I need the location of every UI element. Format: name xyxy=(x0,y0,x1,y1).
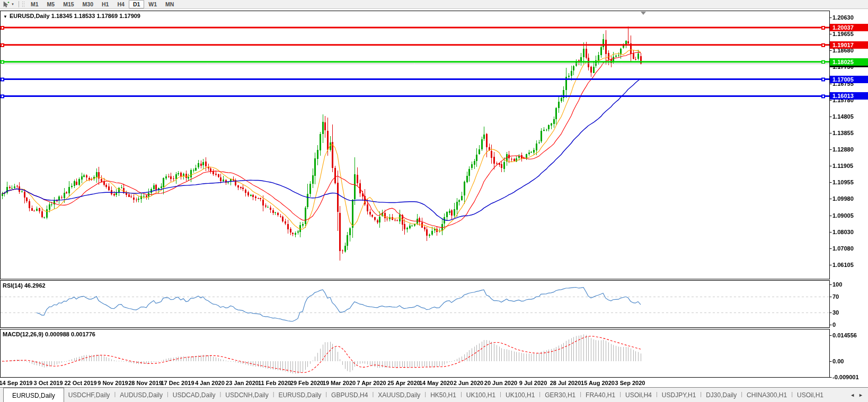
symbol-tab[interactable]: EURUSD,Daily xyxy=(274,388,326,402)
rsi-indicator-label: RSI(14) 46.2962 xyxy=(3,282,46,289)
price-axis-tick: 1.19655 xyxy=(832,31,854,37)
tab-scroll-arrows: ◄ ► xyxy=(850,388,868,402)
price-axis-tick: 1.10955 xyxy=(832,179,854,185)
symbol-tab[interactable]: UK100,H1 xyxy=(501,388,539,402)
symbol-tab[interactable]: DJ30,Daily xyxy=(702,388,741,402)
tab-scroll-left-icon[interactable]: ◄ xyxy=(850,392,855,398)
price-axis-tick: 1.14805 xyxy=(832,113,854,120)
price-axis-tick: 1.20630 xyxy=(832,14,854,21)
rsi-axis-tick: 30 xyxy=(832,309,839,316)
timeframe-button-M1[interactable]: M1 xyxy=(26,0,43,8)
price-axis-tick: 1.09980 xyxy=(832,195,854,202)
symbol-tab[interactable]: UK100,H1 xyxy=(462,388,500,402)
timeframe-button-D1[interactable]: D1 xyxy=(129,0,144,8)
toolbar-grip[interactable] xyxy=(22,1,24,7)
symbol-tab[interactable]: USOil,H1 xyxy=(793,388,828,402)
price-axis-tick: 1.06105 xyxy=(832,262,854,268)
price-axis-tick: 1.09005 xyxy=(832,212,854,219)
hline-price-label: 1.18025 xyxy=(830,58,868,66)
rsi-axis-tick: 100 xyxy=(832,281,842,288)
symbol-tab[interactable]: CHINA300,H1 xyxy=(742,388,791,402)
timeframe-toolbar: ▼ M1M5M15M30H1H4D1W1MN xyxy=(0,0,868,9)
timeframe-button-H1[interactable]: H1 xyxy=(98,0,113,8)
hline-price-label: 1.19017 xyxy=(830,41,868,49)
macd-axis-tick: 0.00 xyxy=(832,358,844,364)
cursor-icon xyxy=(3,1,10,8)
symbol-tab[interactable]: USDCNH,Daily xyxy=(221,388,272,402)
symbol-tab[interactable]: XAUUSD,Daily xyxy=(374,388,424,402)
price-chart-canvas[interactable] xyxy=(0,10,868,402)
chart-title: ▼EURUSD,Daily 1.18345 1.18533 1.17869 1.… xyxy=(3,13,140,19)
symbol-tab[interactable]: GER30,H1 xyxy=(541,388,580,402)
timeframe-button-H4[interactable]: H4 xyxy=(113,0,128,8)
price-axis-tick: 1.07080 xyxy=(832,245,854,252)
macd-axis-tick: -0.009001 xyxy=(832,374,859,380)
timeframe-button-MN[interactable]: MN xyxy=(161,0,178,8)
symbol-tab[interactable]: FRA40,H1 xyxy=(581,388,619,402)
symbol-tab[interactable]: EURUSD,Daily xyxy=(3,388,64,402)
price-axis-tick: 1.12880 xyxy=(832,146,854,153)
hline-price-label: 1.20037 xyxy=(830,24,868,31)
tab-scroll-right-icon[interactable]: ► xyxy=(858,392,863,398)
symbol-tab[interactable]: USOil,H4 xyxy=(621,388,656,402)
rsi-axis-tick: 70 xyxy=(832,293,839,300)
chart-region: ▼EURUSD,Daily 1.18345 1.18533 1.17869 1.… xyxy=(0,10,868,402)
symbol-tab[interactable]: USDJPY,H1 xyxy=(658,388,700,402)
timeframe-button-M5[interactable]: M5 xyxy=(43,0,59,8)
symbol-tab[interactable]: USDCAD,Daily xyxy=(169,388,220,402)
price-axis-tick: 1.11905 xyxy=(832,163,853,169)
symbol-tab[interactable]: GBPUSD,H4 xyxy=(327,388,372,402)
timeframe-button-M15[interactable]: M15 xyxy=(59,0,78,8)
chart-title-text: EURUSD,Daily 1.18345 1.18533 1.17869 1.1… xyxy=(10,13,140,19)
symbol-tab-bar: EURUSD,DailyUSDCHF,Daily|AUDUSD,Daily|US… xyxy=(0,387,868,402)
macd-indicator-label: MACD(12,26,9) 0.000988 0.001776 xyxy=(3,331,95,337)
timeframe-button-M30[interactable]: M30 xyxy=(78,0,98,8)
hline-price-label: 1.16013 xyxy=(830,92,868,100)
symbol-tab[interactable]: USDCHF,Daily xyxy=(64,388,114,402)
macd-axis-tick: 0.014556 xyxy=(832,332,857,338)
timeframe-button-W1[interactable]: W1 xyxy=(144,0,161,8)
symbol-tab[interactable]: HK50,H1 xyxy=(426,388,460,402)
price-axis-tick: 1.08030 xyxy=(832,229,854,235)
symbol-dropdown-icon[interactable]: ▼ xyxy=(3,14,7,19)
rsi-axis-tick: 0 xyxy=(832,321,836,328)
date-axis-label: 3 Sep 2020 xyxy=(606,380,654,386)
cursor-tool-button[interactable]: ▼ xyxy=(2,1,16,8)
toolbar-separator xyxy=(19,1,19,7)
price-axis-tick: 1.13855 xyxy=(832,130,854,136)
symbol-tab[interactable]: AUDUSD,Daily xyxy=(116,388,167,402)
hline-price-label: 1.17005 xyxy=(830,76,868,83)
chevron-down-icon: ▼ xyxy=(10,3,15,6)
mt4-window: ▼ M1M5M15M30H1H4D1W1MN ▼EURUSD,Daily 1.1… xyxy=(0,0,868,402)
